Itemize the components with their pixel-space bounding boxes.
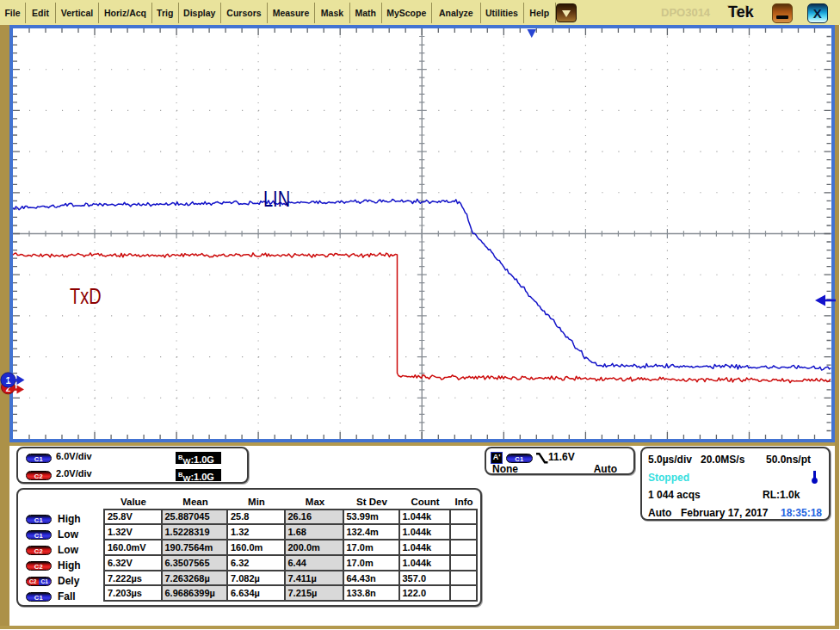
svg-text:LIN: LIN	[263, 188, 290, 212]
svg-text:TxD: TxD	[70, 285, 102, 309]
